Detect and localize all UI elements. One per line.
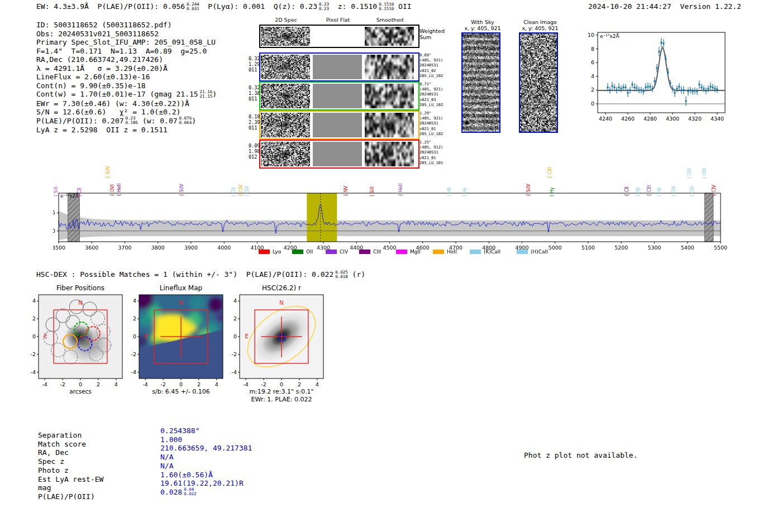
data-point xyxy=(667,71,669,74)
match-table-label: Match score xyxy=(38,440,103,449)
emission-line-label: ( Hγ xyxy=(463,188,468,196)
y-tick-label: 2 xyxy=(133,315,136,322)
emission-line-label: { SiIV xyxy=(527,184,531,196)
emission-line-label: ( OIII xyxy=(245,186,250,196)
clean-image-coords: x, y: 405, 921 xyxy=(522,25,558,31)
legend-label: Lyα xyxy=(273,249,282,255)
super-subscript-value: 21.1621.15 xyxy=(200,90,213,99)
noise-image xyxy=(261,27,310,46)
x-tick-label: -4 xyxy=(243,381,248,387)
match-table-label: mag xyxy=(38,483,103,492)
match-table-label: Separation xyxy=(38,431,103,440)
data-point xyxy=(638,89,640,92)
match-table-label: Spec z xyxy=(38,457,103,466)
emission-line-label: { CIII xyxy=(647,185,652,196)
info-line-text: RA,Dec (210.663742,49.217426) xyxy=(36,55,163,64)
match-table-label: Photo z xyxy=(38,466,103,475)
data-point xyxy=(698,84,700,86)
fiber-weights: 0.32 1.38 011 xyxy=(249,85,260,102)
info-line-text: LyA z = 2.5298 OII z = 0.1511 xyxy=(36,126,168,134)
line-fit-plot: 4240426042804300432043400246810e⁻¹⁷x2Å xyxy=(579,26,731,134)
header-summary-text: P(Lyα): 0.001 Q(z): 0.23 xyxy=(199,2,317,11)
header-datetime: 2024-10-20 21:44:27 Version 1.22.2 xyxy=(588,2,741,11)
emission-line-label: { CIV xyxy=(239,185,244,196)
clean-image-title-text: Clean Image xyxy=(523,19,557,25)
emission-line-label: ( SiII xyxy=(54,186,59,196)
info-line: EWr = 7.30(±0.46) (w: 4.30(±0.22))Å xyxy=(36,99,217,108)
noise-image xyxy=(261,55,310,79)
legend-swatch xyxy=(517,250,528,254)
data-point xyxy=(669,82,671,84)
info-line: Obs: 20240531v021_5003118652 xyxy=(36,30,217,39)
emission-line-label: { OVI xyxy=(111,184,115,196)
x-tick-label: 4300 xyxy=(666,116,679,122)
match-table-value-text: 210.663659, 49.217381 xyxy=(160,444,252,452)
error-band xyxy=(59,211,721,240)
north-label: N xyxy=(279,300,283,306)
data-point xyxy=(647,85,649,88)
x-tick-label: 5200 xyxy=(614,245,628,251)
flux-units-annotation: e⁻¹⁷x2Å xyxy=(600,33,620,39)
data-point xyxy=(687,90,689,93)
hsc-dex-match-line: HSC-DEX : Possible Matches = 1 (within +… xyxy=(36,270,365,280)
data-point xyxy=(665,58,667,60)
y-tick-label: 4 xyxy=(591,73,594,79)
legend-label: (H)CaII xyxy=(531,249,548,255)
spec2d-fiber-row xyxy=(259,52,419,82)
x-tick-label: 0 xyxy=(179,381,183,387)
viridis-patch xyxy=(133,289,154,309)
lineflux-map-plot: -4-4-2-2002244NE xyxy=(131,289,226,387)
match-table-value: N/A xyxy=(160,453,252,462)
info-line-text: Cont(w) = 1.70(±0.01)e-17 (gmag 21.15 xyxy=(36,90,198,98)
x-tick-label: 5000 xyxy=(549,245,562,251)
super-subscript-value: 0.0250.018 xyxy=(335,270,348,279)
y-tick-label: 6 xyxy=(591,59,594,65)
info-line-text: LineFlux = 2.60(±0.13)e-16 xyxy=(36,73,150,81)
info-line: F=1.4" T=0.171 N=1.13 A=0.89 g=25.0 xyxy=(36,47,217,56)
legend-label: (K)CaII xyxy=(484,249,500,255)
y-tick-label: 4 xyxy=(32,298,36,304)
flat-image xyxy=(313,84,362,108)
legend-swatch xyxy=(292,250,303,254)
emission-line-label: ( Hδ xyxy=(447,187,452,196)
info-line: LyA z = 2.5298 OII z = 0.1511 xyxy=(36,126,217,135)
y-tick-label: -2 xyxy=(131,351,136,357)
info-line: LineFlux = 2.60(±0.13)e-16 xyxy=(36,73,217,82)
emission-line-label: ( SiII xyxy=(370,186,375,196)
legend-swatch xyxy=(359,250,370,254)
data-point xyxy=(712,87,714,89)
data-point xyxy=(676,88,678,90)
smooth-image xyxy=(365,55,414,79)
noise-image xyxy=(261,113,310,137)
emission-line-label: { NV xyxy=(344,186,349,196)
viridis-patch xyxy=(216,312,226,322)
super-subscript-value: 0.230.23 xyxy=(319,2,329,11)
y-tick-label: -4 xyxy=(232,369,237,375)
subscript: 0.186 xyxy=(126,121,139,125)
y-tick-label: 4 xyxy=(233,298,237,304)
x-tick-label: 2 xyxy=(97,381,100,387)
elixer-report-page: EW: 4.3±3.9Å P(LAE)/P(OII): 0.0560.2440.… xyxy=(0,0,782,532)
fiber-weights: 0.18 2.39 011 xyxy=(249,114,260,131)
data-point xyxy=(642,90,645,93)
match-table-value: 210.663659, 49.217381 xyxy=(160,444,252,453)
spec2d-col-title-3: Smoothed xyxy=(376,17,404,23)
x-tick-label: 4000 xyxy=(217,245,231,251)
hsc-caption-2: EWr: 1. PLAE: 0.022 xyxy=(251,396,312,403)
super-subscript-value: 0.040.022 xyxy=(184,487,197,496)
hsc-cutout-title: HSC(26.2) r xyxy=(262,284,301,292)
viridis-patch xyxy=(208,298,223,312)
legend-label: HeII xyxy=(447,249,457,255)
super-subscript-value: 0.0760.064 xyxy=(179,116,192,125)
x-tick-label: 4 xyxy=(115,381,118,387)
flat-image xyxy=(313,113,362,137)
emission-line-label: { CII xyxy=(625,186,630,196)
emission-line-label: ( OIII xyxy=(703,168,707,179)
subscript: 0.022 xyxy=(184,492,197,496)
emission-line-label: ( OIII xyxy=(688,168,692,179)
x-tick-label: 4340 xyxy=(711,116,724,122)
match-table-label: RA, Dec xyxy=(38,448,103,457)
data-point xyxy=(678,85,680,88)
match-table-value-text: 1.000 xyxy=(160,435,182,444)
data-point xyxy=(716,88,718,90)
